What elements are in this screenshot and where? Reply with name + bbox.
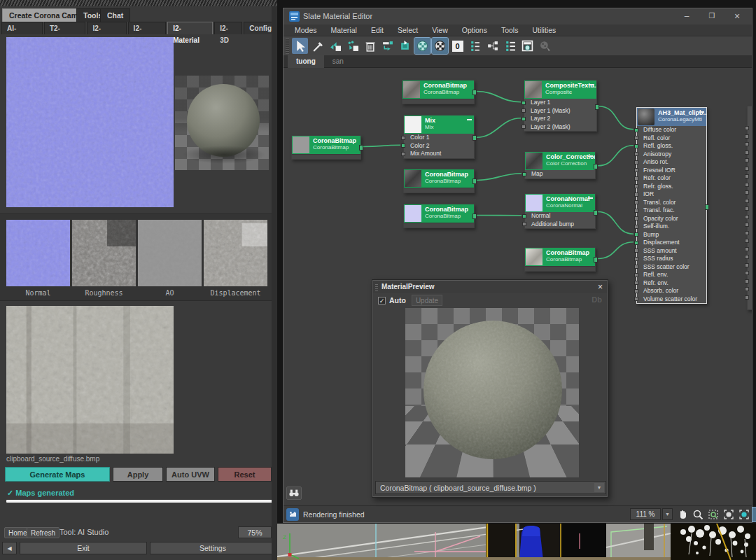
input-socket[interactable] [634,192,638,197]
auto-uvw-button[interactable]: Auto UVW [166,467,215,482]
node-wire[interactable] [477,174,522,181]
node-slot[interactable]: Normal [525,212,595,220]
input-socket[interactable] [745,142,749,146]
menu-modes[interactable]: Modes [288,24,324,36]
node-slot[interactable]: Transl. frac. [637,206,706,215]
input-socket[interactable] [634,216,638,220]
input-socket[interactable] [745,279,749,284]
zoom-extents-selected-tool-icon[interactable] [737,507,751,522]
minimize-button[interactable]: – [675,8,699,24]
node-slot[interactable]: SSS scatter color [637,263,706,272]
delete-selected-icon[interactable] [362,38,378,54]
generate-maps-button[interactable]: Generate Maps [5,467,110,482]
node-slot[interactable]: SSS amount [637,247,706,255]
output-socket[interactable] [594,257,598,262]
move-children-icon[interactable] [379,38,396,54]
node-view[interactable]: CoronaBitmapCoronaBitmapCoronaBitmapCoro… [284,68,752,507]
node-slot[interactable]: Layer 1 (Mask) [524,107,596,115]
input-socket[interactable] [522,222,526,226]
node-color-correction[interactable]: Color_CorrectionColor CorrectionMap [524,151,596,179]
select-tool-icon[interactable] [292,38,308,54]
node-slot[interactable]: Refl. env. [637,271,706,279]
panel-zoom-button[interactable]: 75% [238,526,272,538]
node-coronabitmap-disp[interactable]: CoronaBitmapCoronaBitmap [524,247,596,272]
input-socket[interactable] [745,150,749,155]
node-mix[interactable]: MixMixColor 1Color 2Mix Amount [403,115,475,159]
node-slot[interactable]: Mix Amount [404,150,474,158]
input-socket[interactable] [522,108,526,113]
input-socket[interactable] [522,117,526,121]
show-shaded-material-in-viewport-icon[interactable] [414,38,430,54]
maximize-button[interactable]: ❒ [700,8,724,24]
node-coronabitmap-normal[interactable]: CoronaBitmapCoronaBitmap [403,204,475,228]
input-socket[interactable] [634,136,638,140]
assign-material-to-selection-icon[interactable] [344,38,360,54]
module-tab-i2-material[interactable]: I2-Material [167,22,213,34]
input-socket[interactable] [634,257,638,261]
input-socket[interactable] [745,183,749,187]
input-socket[interactable] [745,190,749,195]
node-header[interactable]: CompositeTextu...Composite [524,80,596,99]
input-socket[interactable] [634,232,638,237]
module-tab-i2-image[interactable]: I2-Image [87,22,126,34]
input-socket[interactable] [634,200,638,204]
pan-to-selected-tool-icon[interactable] [752,507,756,522]
node-offscreen-sliver[interactable] [747,106,752,310]
pan-tool-icon[interactable] [676,507,690,522]
input-socket[interactable] [745,271,749,275]
node-wire[interactable] [598,242,634,259]
node-slot[interactable]: Layer 2 [524,115,596,123]
output-socket[interactable] [705,204,709,210]
input-socket[interactable] [745,263,749,267]
menu-options[interactable]: Options [455,24,494,36]
input-socket[interactable] [745,206,749,211]
menu-tools[interactable]: Tools [494,24,526,36]
node-slot[interactable]: Opacity color [637,215,706,223]
node-slot[interactable]: SSS radius [637,255,706,263]
node-header[interactable]: CoronaBitmapCoronaBitmap [525,248,595,266]
node-coronabitmap-mid[interactable]: CoronaBitmapCoronaBitmap [403,169,475,193]
input-socket[interactable] [745,239,749,243]
node-slot[interactable]: Fresnel IOR [637,167,706,175]
node-slot[interactable]: Layer 2 (Mask) [524,123,596,132]
output-socket[interactable] [594,210,598,216]
menu-utilities[interactable]: Utilities [525,24,563,36]
input-socket[interactable] [745,167,749,171]
zoom-tool-icon[interactable] [691,507,705,522]
input-socket[interactable] [634,273,638,277]
input-socket[interactable] [634,289,638,293]
input-socket[interactable] [634,241,638,245]
zoom-extents-tool-icon[interactable] [722,507,736,522]
input-socket[interactable] [522,172,526,176]
material-preview-close-icon[interactable]: × [598,282,603,292]
view-zoom-dropdown-icon[interactable]: ▼ [662,508,673,520]
thumb-roughness[interactable] [72,220,136,286]
input-socket[interactable] [401,136,405,140]
close-button[interactable]: × [725,8,749,24]
node-header[interactable]: Color_CorrectionColor Correction [525,152,595,170]
node-wire[interactable] [598,212,634,234]
input-socket[interactable] [745,231,749,235]
settings-button[interactable]: Settings [150,542,276,554]
input-socket[interactable] [634,297,638,301]
output-socket[interactable] [472,90,477,95]
module-tab-i2-asset[interactable]: I2-Asset [128,22,167,34]
module-tab-i2-3d[interactable]: I2-3D [214,22,242,34]
node-slot[interactable]: Self-illum. [637,223,706,231]
input-socket[interactable] [634,225,638,229]
auto-checkbox[interactable]: ✓ [378,297,386,304]
node-header[interactable]: MixMix [404,115,474,134]
node-header[interactable]: CoronaBitmapCoronaBitmap [404,204,474,223]
input-socket[interactable] [745,215,749,219]
node-wire[interactable] [477,118,521,138]
node-slot[interactable]: Color 1 [404,134,474,142]
output-socket[interactable] [594,164,598,169]
preview-source-dropdown[interactable]: CoronaBitmap ( clipboard_source_diffuse.… [375,481,606,494]
input-socket[interactable] [634,128,638,132]
material-preview-titlebar[interactable]: MaterialPreview × [373,281,607,293]
input-socket[interactable] [745,126,749,130]
input-socket[interactable] [745,223,749,227]
node-composite[interactable]: CompositeTextu...CompositeLayer 1Layer 1… [524,80,597,132]
input-socket[interactable] [634,176,638,181]
material-preview-panel[interactable]: MaterialPreview × ✓ Auto Update Db Coro [372,279,608,498]
